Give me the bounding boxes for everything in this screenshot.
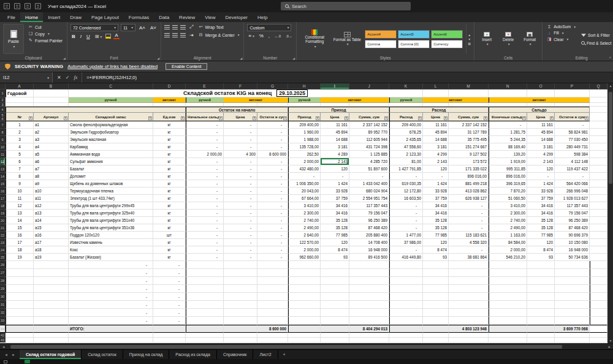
cell-G23[interactable]: - <box>257 239 288 246</box>
cell-O22[interactable]: 77 985 <box>527 232 555 239</box>
cell[interactable] <box>6 97 34 103</box>
style-chip-accent6[interactable]: Accent6 <box>431 30 463 39</box>
grow-font-button[interactable]: A˄ <box>138 25 147 31</box>
cell-F9[interactable]: - <box>224 136 257 143</box>
cell-A1[interactable]: Годовой <box>6 89 34 97</box>
cell[interactable] <box>590 173 607 180</box>
cell-C22[interactable]: Поддон 120х120 <box>69 232 153 239</box>
row-header-22[interactable]: 22 <box>0 232 6 239</box>
column-header-A[interactable]: A <box>6 83 34 89</box>
cell-N17[interactable]: 51 060,50 <box>489 195 527 202</box>
cell-N30[interactable] <box>489 293 527 301</box>
cell-G10[interactable]: - <box>257 143 288 151</box>
cell-E15[interactable]: - <box>186 180 224 188</box>
cell-Q33[interactable] <box>590 317 607 325</box>
row-header-12[interactable]: 12 <box>0 158 6 165</box>
cell-C19[interactable]: Трубы для вала центрифуги 325х40 <box>69 210 153 217</box>
decrease-decimal-button[interactable]: .0→ <box>284 34 293 38</box>
cell-C15[interactable]: Щебень из доменных шлаков <box>69 180 153 188</box>
style-chip-comma[interactable]: Comma <box>365 40 397 48</box>
cell-P18[interactable]: 117 357 443 <box>555 202 590 210</box>
cell-L22[interactable]: 77 985 <box>423 232 449 239</box>
cell-I14[interactable]: - <box>321 173 349 180</box>
cell-I24[interactable]: 8 474 <box>321 246 349 254</box>
cell-I22[interactable]: 77 985 <box>321 232 349 239</box>
filter-dropdown-icon[interactable]: ▾ <box>550 116 554 120</box>
cell-M15[interactable]: 881 499 218 <box>449 180 489 188</box>
total-cell-K[interactable] <box>389 325 423 333</box>
cell-O18[interactable]: 34 416 <box>527 202 555 210</box>
cell-H20[interactable]: 2 740,00 <box>288 217 321 224</box>
cell-H33[interactable] <box>288 317 321 325</box>
cell[interactable] <box>527 89 555 97</box>
cell-B25[interactable]: a19 <box>34 254 69 261</box>
cell-K31[interactable] <box>389 301 423 309</box>
cell[interactable] <box>153 333 186 338</box>
cell-I26[interactable] <box>321 261 349 269</box>
cell-G30[interactable] <box>257 293 288 301</box>
vertical-scrollbar[interactable]: ▲ ▼ <box>607 83 613 343</box>
cell-P14[interactable]: - <box>555 173 590 180</box>
cell-M28[interactable] <box>449 277 489 285</box>
cell-A7[interactable]: 1 <box>6 121 34 129</box>
cell-B14[interactable]: a8 <box>34 173 69 180</box>
cell[interactable] <box>69 338 153 343</box>
column-header-C[interactable]: C <box>69 83 153 89</box>
cell[interactable] <box>590 254 607 261</box>
cell[interactable] <box>590 136 607 143</box>
cell-P32[interactable] <box>555 309 590 317</box>
cell-E11[interactable]: 2 000,00 <box>186 151 224 158</box>
cell-P26[interactable] <box>555 261 590 269</box>
row-header-34[interactable]: 34 <box>0 325 6 333</box>
cell-P15[interactable]: 564 420 066 <box>555 180 590 188</box>
cell-N32[interactable] <box>489 309 527 317</box>
enter-formula-icon[interactable]: ✓ <box>66 75 70 80</box>
align-bottom-icon[interactable] <box>180 25 186 29</box>
cell-L18[interactable]: 34 416 <box>423 202 449 210</box>
cell-E28[interactable] <box>186 277 224 285</box>
cell-D14[interactable]: кг <box>153 173 186 180</box>
sheet-nav-left-icon[interactable]: ◄ <box>4 353 8 357</box>
cell-E17[interactable]: - <box>186 195 224 202</box>
cell-O28[interactable] <box>527 277 555 285</box>
column-header-I[interactable]: I <box>321 83 349 89</box>
cell[interactable] <box>489 89 527 97</box>
cell-A28[interactable] <box>6 277 34 285</box>
cell-H11[interactable]: 262,50 <box>288 151 321 158</box>
cell-E12[interactable]: - <box>186 158 224 165</box>
cell-K27[interactable] <box>389 269 423 277</box>
cell-K9[interactable]: 2 435,65 <box>389 136 423 143</box>
cell[interactable] <box>423 333 449 338</box>
cell-C12[interactable]: Сульфат аммония <box>69 158 153 165</box>
cell-J21[interactable]: 87 468 420 <box>349 224 389 232</box>
cell-I32[interactable] <box>321 309 349 317</box>
cell[interactable] <box>489 333 527 338</box>
cell-N29[interactable] <box>489 285 527 293</box>
fill-button[interactable]: ↓Fill▾ <box>546 30 577 36</box>
cell-O24[interactable]: 8 474 <box>527 246 555 254</box>
column-header-L[interactable]: L <box>423 83 449 89</box>
cell-J14[interactable]: - <box>349 173 389 180</box>
cell[interactable] <box>590 113 607 121</box>
cell-I33[interactable] <box>321 317 349 325</box>
sheet-tab-лист2[interactable]: Лист2 <box>253 350 278 359</box>
cell-N12[interactable]: 1 919,00 <box>489 158 527 165</box>
cell-K29[interactable] <box>389 285 423 293</box>
orientation-button[interactable]: ⤢ <box>188 24 194 30</box>
total-cell-M[interactable]: 4 803 123 946 <box>449 325 489 333</box>
cell-L10[interactable]: 3 181 <box>423 143 449 151</box>
sheet-tab-склад-остаток-годовой[interactable]: Склад остаток годовой <box>20 350 82 359</box>
cell-B19[interactable]: a13 <box>34 210 69 217</box>
filter-header-G[interactable]: Остаток в сум▾ <box>257 113 288 121</box>
cell-M29[interactable] <box>449 285 489 293</box>
cell-B32[interactable] <box>34 309 69 317</box>
cell-I17[interactable]: 37 759 <box>321 195 349 202</box>
filter-dropdown-icon[interactable]: ▾ <box>316 116 319 120</box>
cell-D20[interactable]: кг <box>153 217 186 224</box>
cell-I18[interactable]: 34 416 <box>321 202 349 210</box>
enable-content-button[interactable]: Enable Content <box>166 63 207 70</box>
cell-F10[interactable]: - <box>224 143 257 151</box>
filter-dropdown-icon[interactable]: ▾ <box>484 116 487 120</box>
row-header-23[interactable]: 23 <box>0 239 6 246</box>
cell-P19[interactable]: 79 156 047 <box>555 210 590 217</box>
